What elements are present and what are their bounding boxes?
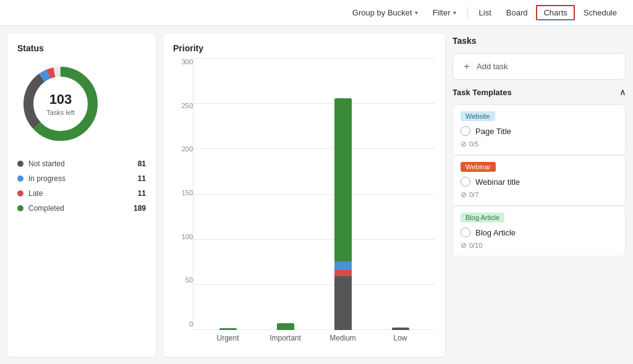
- x-axis-label: Low: [372, 334, 429, 342]
- bar-segment: [277, 323, 294, 330]
- legend-item: Not started 81: [17, 159, 146, 168]
- bars-area: [193, 58, 435, 330]
- task-templates-header[interactable]: Task Templates ∧: [452, 85, 626, 99]
- x-axis-label: Medium: [314, 334, 372, 342]
- x-axis-label: Important: [257, 334, 314, 342]
- x-labels: UrgentImportantMediumLow: [193, 330, 435, 342]
- template-meta: ⊘ 0/5: [461, 140, 618, 148]
- filter-button[interactable]: Filter ▾: [427, 6, 462, 20]
- legend-value: 189: [134, 204, 146, 213]
- check-circle-icon: ⊘: [461, 190, 467, 199]
- y-axis-label: 50: [173, 276, 193, 284]
- legend-value: 11: [138, 174, 146, 183]
- template-title-row: Blog Article: [461, 227, 618, 237]
- bar-segment: [219, 328, 237, 330]
- template-circle: [461, 177, 470, 187]
- group-by-label: Group by Bucket: [352, 8, 412, 17]
- bar-group: [273, 323, 298, 330]
- plus-icon: ＋: [462, 60, 472, 73]
- tasks-count: 103: [46, 91, 75, 108]
- group-by-bucket[interactable]: Group by Bucket ▾: [346, 6, 424, 20]
- bar-stack: [392, 328, 409, 330]
- template-title: Webinar title: [475, 177, 520, 187]
- template-title-row: Webinar title: [461, 177, 618, 187]
- bar-segment: [392, 328, 409, 330]
- check-circle-icon: ⊘: [461, 140, 467, 148]
- template-progress: 0/5: [469, 140, 478, 148]
- schedule-label: Schedule: [584, 8, 617, 17]
- template-tag: Webinar: [461, 162, 496, 172]
- template-title: Page Title: [475, 127, 511, 136]
- template-meta: ⊘ 0/7: [461, 190, 618, 199]
- donut-label: 103 Tasks left: [46, 91, 75, 117]
- template-circle: [461, 126, 470, 136]
- y-axis-label: 250: [173, 102, 193, 109]
- main-content: Status 103 Tasks left: [0, 26, 633, 364]
- top-bar: Group by Bucket ▾ Filter ▾ List Board Ch…: [0, 0, 633, 26]
- templates-list: Website Page Title ⊘ 0/5 Webinar Webinar…: [452, 104, 626, 256]
- template-title-row: Page Title: [461, 126, 618, 136]
- bar-segment: [334, 261, 352, 269]
- template-tag: Website: [461, 111, 495, 121]
- legend-dot: [17, 205, 23, 211]
- y-axis-label: 300: [173, 58, 193, 66]
- legend-item: In progress 11: [17, 174, 146, 183]
- chart-plot: UrgentImportantMediumLow: [193, 58, 435, 342]
- board-tab[interactable]: Board: [500, 6, 534, 20]
- bars-row: [193, 58, 435, 330]
- status-legend: Not started 81 In progress 11 Late 11 Co…: [17, 159, 146, 213]
- template-progress: 0/7: [469, 191, 478, 198]
- template-card[interactable]: Website Page Title ⊘ 0/5: [452, 104, 626, 155]
- legend-dot: [17, 161, 23, 167]
- chevron-up-icon: ∧: [619, 87, 626, 97]
- charts-label: Charts: [543, 8, 567, 17]
- task-templates-label: Task Templates: [452, 88, 512, 97]
- bar-stack: [277, 323, 294, 330]
- add-task-label: Add task: [477, 62, 508, 71]
- y-axis: 050100150200250300: [173, 58, 193, 342]
- legend-label: Completed: [28, 204, 64, 213]
- bar-stack: [334, 98, 352, 330]
- priority-card: Priority 050100150200250300 UrgentImport…: [163, 33, 445, 357]
- legend-value: 11: [138, 189, 146, 198]
- bar-group: [388, 328, 413, 330]
- chevron-down-icon: ▾: [415, 9, 418, 16]
- legend-value: 81: [138, 159, 146, 168]
- legend-item: Late 11: [17, 189, 146, 198]
- legend-dot: [17, 176, 23, 182]
- tasks-left-label: Tasks left: [46, 109, 75, 116]
- check-circle-icon: ⊘: [461, 241, 467, 250]
- bar-segment: [334, 270, 352, 277]
- legend-label: Late: [28, 189, 43, 198]
- y-axis-label: 0: [173, 320, 193, 328]
- filter-label: Filter: [433, 8, 451, 17]
- template-card[interactable]: Blog Article Blog Article ⊘ 0/10: [452, 206, 626, 256]
- list-label: List: [479, 8, 491, 17]
- x-axis-label: Urgent: [199, 334, 257, 342]
- template-tag: Blog Article: [461, 213, 504, 222]
- tasks-panel: Tasks ＋ Add task Task Templates ∧ Websit…: [452, 33, 626, 357]
- legend-label: Not started: [28, 159, 65, 168]
- template-progress: 0/10: [469, 242, 482, 249]
- bar-group: [216, 328, 240, 330]
- priority-title: Priority: [173, 43, 435, 53]
- board-label: Board: [506, 8, 528, 17]
- charts-tab[interactable]: Charts: [536, 5, 574, 20]
- legend-item: Completed 189: [17, 204, 146, 213]
- y-axis-label: 150: [173, 189, 193, 197]
- tasks-panel-header: Tasks: [452, 33, 626, 48]
- task-templates-section: Task Templates ∧ Website Page Title ⊘ 0/…: [452, 85, 626, 256]
- donut-chart: 103 Tasks left: [17, 61, 104, 147]
- y-axis-label: 100: [173, 233, 193, 240]
- divider: [467, 7, 468, 19]
- schedule-tab[interactable]: Schedule: [577, 6, 623, 20]
- template-card[interactable]: Webinar Webinar title ⊘ 0/7: [452, 155, 626, 206]
- bar-stack: [219, 328, 237, 330]
- template-circle: [461, 227, 470, 237]
- status-card: Status 103 Tasks left: [7, 33, 156, 357]
- bar-group: [331, 98, 355, 330]
- legend-label: In progress: [28, 174, 66, 183]
- y-axis-label: 200: [173, 145, 193, 153]
- list-tab[interactable]: List: [473, 6, 498, 20]
- add-task-button[interactable]: ＋ Add task: [452, 53, 626, 80]
